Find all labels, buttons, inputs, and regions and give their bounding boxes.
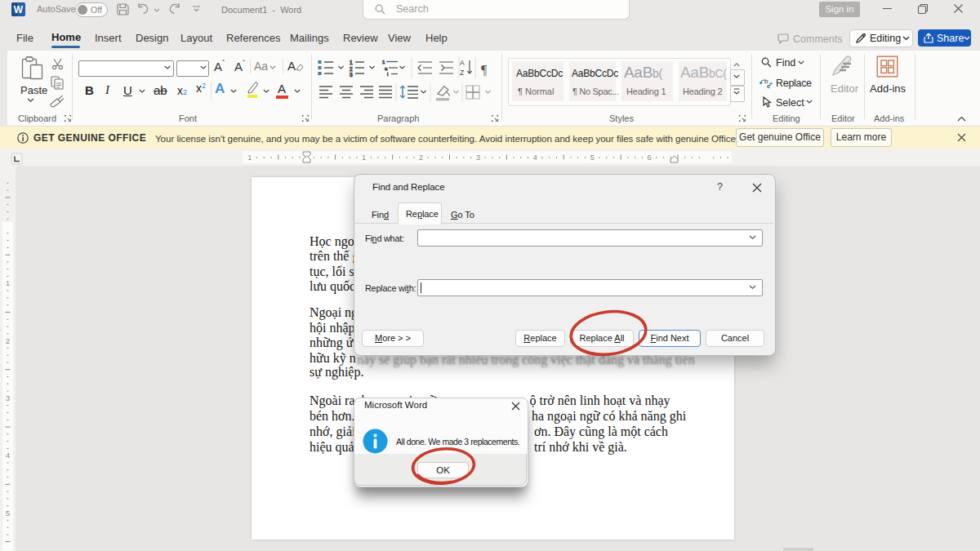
- svg-text:1: 1: [382, 60, 385, 64]
- svg-text:4: 4: [533, 153, 537, 162]
- svg-text:¶: ¶: [481, 63, 488, 77]
- svg-text:1: 1: [247, 153, 252, 162]
- svg-text:5: 5: [6, 509, 10, 518]
- svg-text:Z: Z: [460, 69, 464, 77]
- svg-text:i: i: [387, 72, 388, 77]
- svg-text:2: 2: [350, 66, 353, 72]
- svg-text:2: 2: [6, 337, 10, 345]
- svg-text:2: 2: [419, 153, 423, 162]
- svg-text:1: 1: [6, 279, 10, 287]
- svg-text:W: W: [14, 4, 24, 16]
- svg-text:3: 3: [6, 394, 10, 402]
- svg-text:A: A: [460, 59, 465, 67]
- svg-text:4: 4: [6, 451, 10, 460]
- svg-text:3: 3: [476, 153, 480, 162]
- svg-text:1: 1: [362, 153, 366, 162]
- svg-text:1: 1: [350, 60, 353, 65]
- svg-text:3: 3: [350, 72, 353, 78]
- svg-text:a: a: [385, 66, 388, 71]
- svg-text:5: 5: [590, 153, 595, 162]
- svg-text:6: 6: [648, 153, 652, 162]
